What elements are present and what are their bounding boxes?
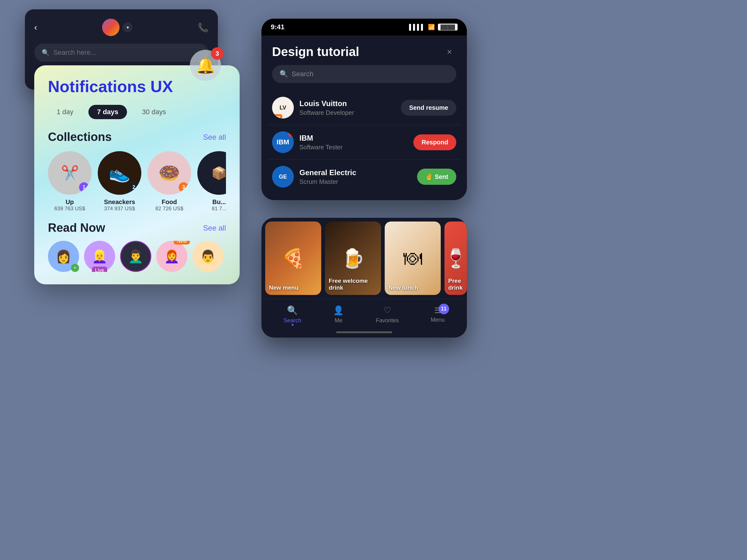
ge-role: Scrum Master [300,178,417,185]
lv-company: Louis Vuitton [300,99,401,108]
ibm-logo: IBM ✉ [272,131,294,153]
author-plus-badge: + [71,264,79,272]
bell-icon: 🔔 3 [190,50,221,81]
read-now-header: Read Now See all [48,221,226,235]
ibm-role: Software Tester [300,144,413,151]
author-avatar-3: 👨‍🦱 [120,241,151,272]
modal-search-icon: 🔍 [280,70,288,78]
period-7days[interactable]: 7 days [88,105,127,119]
nav-menu-label: Menu [431,317,445,323]
author-3[interactable]: 👨‍🦱 [120,241,151,272]
collection-bu: 📦 Bu... 81 7... [197,151,226,212]
nav-favorites-label: Favorites [376,317,399,324]
author-2[interactable]: 👱‍♀️ Live [84,241,115,272]
ibm-job-info: IBM Software Tester [300,134,413,151]
period-1day[interactable]: 1 day [48,105,82,119]
search-nav-icon: 🔍 [287,305,298,316]
notifications-card: 🔔 3 Notifications UX 1 day 7 days 30 day… [34,65,240,284]
food-app-card: 🍕 New menu 🍺 Free welcome drink 🍽 New lu… [261,218,467,338]
modal-title: Design tutorial [272,45,359,59]
chevron-down-icon[interactable]: ▾ [123,22,133,32]
food-label-new-menu: New menu [269,284,299,291]
ge-logo: GE [272,166,294,188]
search-bar: 🔍 [34,44,209,61]
collection-sneakers-price: 374 937 US$ [104,206,135,212]
ibm-company: IBM [300,134,413,142]
author-5[interactable]: 👨 [192,241,224,272]
author-4[interactable]: 👩‍🦰 New [156,241,187,272]
collections-row: ✂️ 1 Up 639 763 US$ 👟 2 Sneackers 374 93… [48,151,226,212]
collection-food-price: 82 726 US$ [155,206,183,212]
status-time: 9:41 [271,23,284,31]
collections-header: Collections See all [48,130,226,144]
nav-menu[interactable]: ☰ Menu 11 [431,306,445,323]
lv-fire-icon: 🔥 [289,114,294,118]
authors-row: 👩 + 👱‍♀️ Live 👨‍🦱 👩‍🦰 New [48,241,226,272]
food-card-pree-drink[interactable]: 🍷 Pree drink [444,221,467,295]
me-nav-icon: 👤 [333,305,344,316]
collection-bu-thumb: 📦 [197,151,226,195]
ge-job-info: General Electric Scrum Master [300,168,417,185]
collection-sneakers-thumb: 👟 2 [98,151,141,195]
menu-badge: 11 [439,304,449,314]
read-now-title: Read Now [48,221,105,235]
collection-sneakers: 👟 2 Sneackers 374 937 US$ [98,151,141,212]
collection-up-price: 639 763 US$ [54,206,85,212]
search-input[interactable] [53,49,201,57]
job-item-ibm: IBM ✉ IBM Software Tester Respond [268,125,461,160]
collection-badge-3: 3 [179,182,189,192]
collection-badge-1: 1 [79,182,89,192]
wifi-icon: 📶 [428,24,435,30]
collections-title: Collections [48,130,112,144]
search-icon: 🔍 [42,49,50,56]
modal-search-placeholder: Search [292,70,313,78]
nav-favorites[interactable]: ♡ Favorites [376,305,399,324]
collection-bu-price: 81 7... [212,206,226,212]
food-card-new-menu[interactable]: 🍕 New menu [265,221,321,295]
favorites-nav-icon: ♡ [383,305,391,316]
design-tutorial-card: 9:41 ▌▌▌▌ 📶 ▓▓▓▓ Design tutorial × 🔍 Sea… [261,19,467,200]
period-selector: 1 day 7 days 30 days [48,105,226,119]
nav-me[interactable]: 👤 Me [333,305,344,324]
collection-food: 🍩 3 Food 82 726 US$ [148,151,191,212]
read-now-section: Read Now See all 👩 + 👱‍♀️ Live 👨‍🦱 [48,221,226,272]
job-item-ge: GE General Electric Scrum Master ✌ Sent [268,160,461,194]
phone-icon[interactable]: 📞 [198,22,209,33]
modal-search[interactable]: 🔍 Search [272,65,456,83]
read-now-see-all[interactable]: See all [203,224,226,232]
food-images-row: 🍕 New menu 🍺 Free welcome drink 🍽 New lu… [261,218,467,299]
collection-bu-name: Bu... [212,198,226,206]
collection-food-name: Food [162,198,177,206]
lv-job-info: Louis Vuitton Software Developer [300,99,401,116]
modal-header: Design tutorial × [261,35,467,65]
lv-new-badge: New [272,114,282,118]
collections-see-all[interactable]: See all [203,133,226,141]
author-1[interactable]: 👩 + [48,241,79,272]
author-live-badge: Live [92,268,107,272]
send-resume-button[interactable]: Send resume [401,100,456,116]
period-30days[interactable]: 30 days [133,105,175,119]
lv-logo: LV New 🔥 [272,97,294,118]
author-avatar-4: 👩‍🦰 [156,241,187,272]
author-new-badge: New [174,241,190,244]
home-indicator [336,331,392,333]
nav-search[interactable]: 🔍 Search [284,305,301,324]
ibm-envelope-icon: ✉ [288,131,294,137]
food-label-pree-drink: Pree drink [448,277,467,291]
bell-container: 🔔 3 [190,50,221,81]
food-card-new-lunch[interactable]: 🍽 New lunch [385,221,441,295]
nav-me-label: Me [335,317,342,324]
collection-sneakers-name: Sneackers [104,198,135,206]
avatar-area: ▾ [102,19,133,36]
close-button[interactable]: × [443,45,456,59]
nav-active-indicator [292,324,293,326]
ge-company: General Electric [300,168,417,177]
collection-up-name: Up [66,198,74,206]
respond-button[interactable]: Respond [413,134,456,150]
food-card-welcome-drink[interactable]: 🍺 Free welcome drink [325,221,381,295]
search-app-header: ‹ ▾ 📞 [34,19,209,36]
back-button[interactable]: ‹ [34,22,37,32]
food-label-welcome-drink: Free welcome drink [329,277,381,291]
sent-button[interactable]: ✌ Sent [417,169,456,185]
author-avatar-5: 👨 [192,241,224,272]
